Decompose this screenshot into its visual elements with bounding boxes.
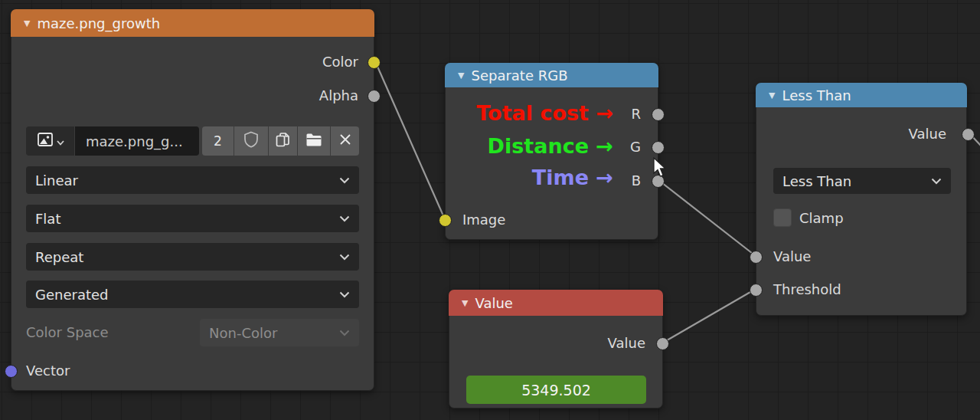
node-value[interactable]: ▼ Value Value 5349.502 [449, 290, 663, 409]
socket-output-alpha[interactable] [368, 90, 381, 103]
annotation-total-cost: Total cost → [476, 100, 613, 126]
fake-user-button[interactable] [234, 126, 268, 156]
extension-value: Repeat [35, 249, 83, 265]
output-label-value: Value [909, 125, 946, 143]
output-label-b: B [632, 172, 641, 190]
output-label-r: R [631, 105, 641, 123]
link-b-to-value [658, 180, 756, 256]
unlink-button[interactable] [331, 126, 359, 156]
image-browse-button[interactable] [26, 126, 74, 156]
copy-icon [275, 132, 291, 151]
operation-value: Less Than [782, 173, 851, 189]
chevron-down-icon [931, 178, 942, 185]
collapse-triangle-icon[interactable]: ▼ [24, 18, 30, 28]
socket-output-g[interactable] [652, 141, 665, 154]
interpolation-dropdown[interactable]: Linear [26, 166, 359, 194]
image-name-field[interactable]: maze.png_g... [75, 126, 199, 156]
source-value: Generated [35, 287, 109, 303]
socket-output-r[interactable] [652, 108, 665, 121]
clamp-label: Clamp [799, 209, 844, 228]
link-value-to-threshold [663, 289, 756, 343]
input-label-image: Image [462, 211, 505, 229]
annotation-distance: Distance → [488, 133, 613, 159]
node-separate-rgb[interactable]: ▼ Separate RGB Total cost → Distance → T… [445, 63, 658, 240]
input-label-vector: Vector [26, 362, 70, 380]
projection-value: Flat [35, 211, 60, 227]
node-image-texture[interactable]: ▼ maze.png_growth Color Alpha [11, 9, 374, 391]
chevron-down-icon [339, 177, 350, 184]
socket-output-value[interactable] [656, 337, 669, 350]
annotation-time: Time → [532, 165, 613, 191]
socket-output-color[interactable] [368, 56, 381, 69]
collapse-triangle-icon[interactable]: ▼ [769, 90, 775, 100]
image-icon [37, 131, 54, 151]
interpolation-value: Linear [35, 172, 78, 189]
input-label-threshold: Threshold [773, 281, 841, 299]
node-less-than[interactable]: ▼ Less Than Value Less Than Clamp Value … [756, 83, 967, 316]
node-header-less-than[interactable]: ▼ Less Than [756, 83, 967, 107]
node-header-separate-rgb[interactable]: ▼ Separate RGB [445, 63, 658, 87]
users-count-button[interactable]: 2 [202, 126, 234, 156]
node-title: maze.png_growth [37, 15, 160, 31]
socket-input-image[interactable] [439, 214, 452, 227]
output-label-alpha: Alpha [319, 87, 358, 105]
source-dropdown[interactable]: Generated [26, 281, 359, 308]
color-space-dropdown[interactable]: Non-Color [200, 319, 359, 346]
close-icon [339, 133, 351, 149]
operation-dropdown[interactable]: Less Than [773, 168, 951, 194]
clamp-checkbox[interactable] [773, 208, 792, 227]
node-editor-canvas[interactable]: ▼ maze.png_growth Color Alpha [0, 0, 980, 420]
socket-input-vector[interactable] [5, 365, 18, 378]
chevron-down-icon [57, 133, 64, 149]
node-title: Less Than [782, 87, 851, 103]
input-label-value: Value [773, 248, 811, 266]
collapse-triangle-icon[interactable]: ▼ [458, 71, 464, 80]
folder-icon [305, 133, 322, 150]
node-title: Value [475, 295, 512, 311]
value-number-field[interactable]: 5349.502 [466, 376, 646, 404]
chevron-down-icon [339, 330, 350, 336]
shield-icon [243, 131, 259, 151]
output-label-color: Color [322, 53, 358, 71]
chevron-down-icon [339, 291, 350, 298]
duplicate-button[interactable] [269, 126, 297, 156]
extension-dropdown[interactable]: Repeat [26, 243, 359, 271]
socket-input-threshold[interactable] [750, 284, 763, 297]
chevron-down-icon [339, 215, 350, 222]
color-space-label: Color Space [26, 323, 109, 342]
node-header-value[interactable]: ▼ Value [449, 290, 663, 316]
node-header-image-texture[interactable]: ▼ maze.png_growth [11, 9, 374, 37]
output-label-value: Value [608, 334, 645, 353]
node-title: Separate RGB [471, 67, 567, 84]
output-label-g: G [630, 138, 641, 156]
socket-input-value[interactable] [750, 251, 763, 264]
collapse-triangle-icon[interactable]: ▼ [462, 298, 468, 308]
socket-output-value[interactable] [962, 128, 975, 141]
projection-dropdown[interactable]: Flat [26, 205, 359, 232]
socket-output-b[interactable] [652, 175, 665, 188]
open-file-button[interactable] [298, 126, 330, 156]
chevron-down-icon [339, 254, 350, 261]
link-color-to-image [375, 61, 445, 219]
image-datablock-row: maze.png_g... 2 [26, 126, 359, 156]
color-space-value: Non-Color [209, 325, 277, 341]
